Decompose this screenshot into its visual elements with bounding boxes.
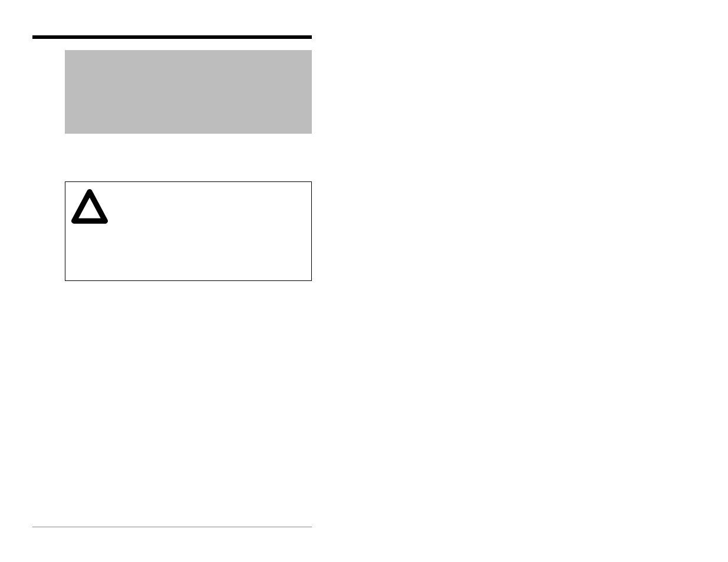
- gray-placeholder-box: [65, 50, 312, 134]
- attention-callout-box: [65, 181, 312, 281]
- attention-triangle-icon: [70, 188, 109, 227]
- document-page: [0, 0, 728, 562]
- bottom-divider-rule: [32, 527, 312, 527]
- top-divider-rule: [32, 35, 312, 39]
